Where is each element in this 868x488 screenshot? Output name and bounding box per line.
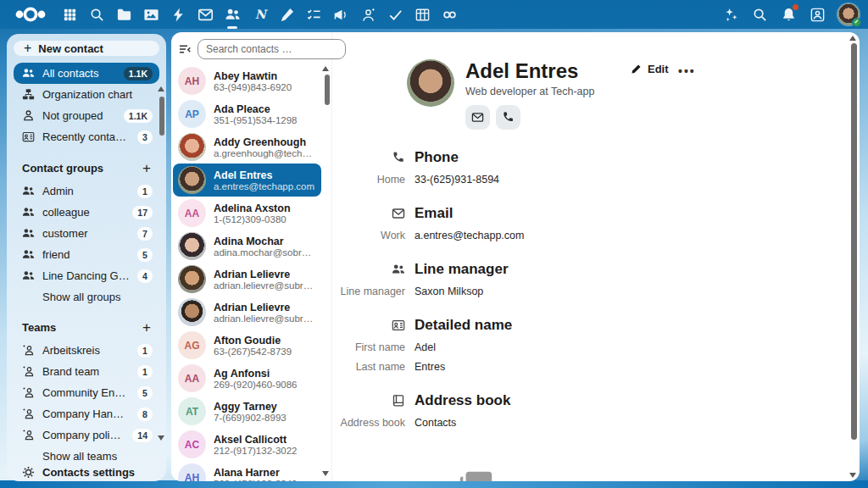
team-item[interactable]: Brand team 1 [14, 361, 159, 382]
announcements-icon[interactable] [332, 6, 349, 23]
group-icon [22, 206, 35, 219]
sidebar-scrollbar-thumb[interactable] [159, 97, 164, 136]
contact-groups-title: Contact groups [22, 162, 142, 175]
contacts-settings-button[interactable]: Contacts settings [14, 466, 159, 479]
contact-avatar: AC [178, 430, 206, 458]
contact-list-item[interactable]: AC Aksel Callicott 212-(917)132-3022 [173, 428, 321, 461]
search-input[interactable] [198, 39, 346, 59]
dashboard-icon[interactable] [61, 6, 78, 23]
group-icon [22, 269, 35, 282]
add-group-button[interactable]: + [142, 161, 151, 175]
count-badge: 1 [137, 344, 153, 358]
group-item[interactable]: Admin 1 [14, 180, 159, 202]
team-item[interactable]: Company policies 14 [14, 424, 159, 446]
detail-row-label: Address book [332, 417, 405, 429]
team-label: Arbeitskreis [42, 344, 130, 357]
contact-list-item[interactable]: AP Ada Pleace 351-(951)534-1298 [173, 97, 321, 130]
group-item[interactable]: colleague 17 [14, 202, 159, 223]
contact-list-item[interactable]: AH Alana Harner 500-(456)198-8249 [173, 461, 321, 481]
sidebar-item-icon [22, 67, 35, 80]
notifications-icon[interactable] [780, 6, 797, 23]
contacts-menu-icon[interactable] [809, 6, 826, 23]
search-icon[interactable] [88, 6, 105, 23]
contact-header: Adel Entres Web developer at Tech-app [407, 59, 839, 130]
contacts-icon[interactable] [224, 6, 241, 23]
team-item[interactable]: Arbeitskreis 1 [14, 340, 159, 361]
sidebar-item[interactable]: Organization chart [14, 84, 159, 105]
main-content-card: AH Abey Hawtin 63-(949)843-6920 AP Ada P… [171, 32, 860, 481]
contact-list-item[interactable]: Adina Mochar adina.mochar@sobrana.com [173, 230, 321, 263]
sidebar-scroll-down[interactable] [158, 435, 164, 441]
contact-avatar [178, 166, 206, 194]
edit-button[interactable]: Edit [631, 63, 669, 75]
sidebar-item[interactable]: Recently contacted 3 [14, 126, 159, 147]
assistant-icon[interactable] [722, 6, 739, 23]
mail-icon[interactable] [197, 6, 214, 23]
list-scroll-down[interactable] [322, 471, 329, 476]
team-item[interactable]: Company Handbook 8 [14, 403, 159, 424]
phone-icon [332, 151, 405, 164]
sidebar-item[interactable]: All contacts 1.1K [14, 63, 159, 84]
sort-icon[interactable] [178, 41, 192, 58]
list-scroll-up[interactable] [322, 66, 329, 71]
nextcloud-logo[interactable] [14, 6, 47, 23]
contact-name: Alana Harner [214, 467, 297, 479]
contact-list-item[interactable]: Adel Entres a.entres@techapp.com [173, 164, 321, 197]
notes-icon[interactable] [278, 6, 295, 23]
main-scrollbar-thumb[interactable] [851, 43, 857, 440]
contact-list-item[interactable]: AA Ag Anfonsi 269-(920)460-9086 [173, 362, 321, 395]
contact-list-item[interactable]: Addy Greenhough a.greenhough@techapp.com [173, 130, 321, 164]
background-strip [0, 480, 868, 488]
sidebar-scroll-up[interactable] [158, 86, 164, 92]
approvals-icon[interactable] [387, 6, 403, 23]
contact-list-item[interactable]: AA Adelina Axston 1-(512)309-0380 [173, 197, 321, 230]
main-scroll-down[interactable] [849, 473, 856, 478]
collectives-icon[interactable] [441, 6, 458, 23]
show-all-groups-link[interactable]: Show all groups [14, 286, 159, 307]
search-icon[interactable] [751, 6, 768, 23]
main-scroll-up[interactable] [849, 36, 856, 41]
add-team-button[interactable]: + [142, 320, 151, 335]
contact-avatar: AA [178, 364, 206, 392]
group-item[interactable]: Line Dancing Group 4 [14, 265, 159, 286]
contact-list-item[interactable]: AH Abey Hawtin 63-(949)843-6920 [173, 64, 321, 97]
contact-list-item[interactable]: AG Afton Goudie 63-(267)542-8739 [173, 329, 321, 362]
news-icon[interactable]: N [251, 6, 268, 23]
group-label: Admin [42, 185, 130, 197]
photos-icon[interactable] [142, 6, 159, 23]
recognize-icon[interactable] [359, 6, 376, 23]
files-icon[interactable] [115, 6, 132, 23]
contact-title: Adel Entres [465, 59, 594, 83]
contact-name: Adina Mochar [214, 236, 316, 247]
call-button[interactable] [496, 105, 520, 130]
group-item[interactable]: friend 5 [14, 244, 159, 265]
list-scrollbar-thumb[interactable] [325, 75, 330, 105]
contact-photo[interactable] [407, 59, 454, 107]
sidebar-item[interactable]: Not grouped 1.1K [14, 105, 159, 126]
new-contact-button[interactable]: + New contact [14, 41, 159, 56]
contact-detail: 351-(951)534-1298 [214, 115, 297, 125]
contact-list-item[interactable]: Adrian Lelievre adrian.lelievre@subrana.… [173, 296, 321, 329]
send-email-button[interactable] [465, 105, 490, 130]
contact-detail: 63-(267)542-8739 [214, 347, 292, 357]
contact-detail: 1-(512)309-0380 [214, 214, 291, 225]
contacts-settings-label: Contacts settings [42, 466, 135, 479]
group-icon [22, 185, 35, 197]
sidebar-item-label: Not grouped [42, 109, 116, 122]
more-actions-icon[interactable]: ••• [678, 64, 696, 78]
group-item[interactable]: customer 7 [14, 223, 159, 244]
tasks-icon[interactable] [305, 6, 322, 23]
team-item[interactable]: Community Engagement 5 [14, 382, 159, 403]
show-all-teams-link[interactable]: Show all teams [14, 446, 159, 466]
contact-actions [465, 105, 594, 130]
user-avatar[interactable]: ✓ [837, 3, 860, 25]
contact-detail: 500-(456)198-8249 [214, 479, 297, 482]
avatar-initials: AA [185, 208, 199, 219]
activity-icon[interactable] [170, 6, 186, 23]
team-icon [22, 386, 35, 399]
contact-list-item[interactable]: Adrian Lelievre adrian.lelievre@subrana.… [173, 263, 321, 296]
contact-name: Adrian Lelievre [214, 269, 316, 280]
tables-icon[interactable] [414, 6, 431, 23]
contact-list-item[interactable]: AT Aggy Tarney 7-(669)902-8993 [173, 395, 321, 428]
team-icon [22, 365, 35, 378]
